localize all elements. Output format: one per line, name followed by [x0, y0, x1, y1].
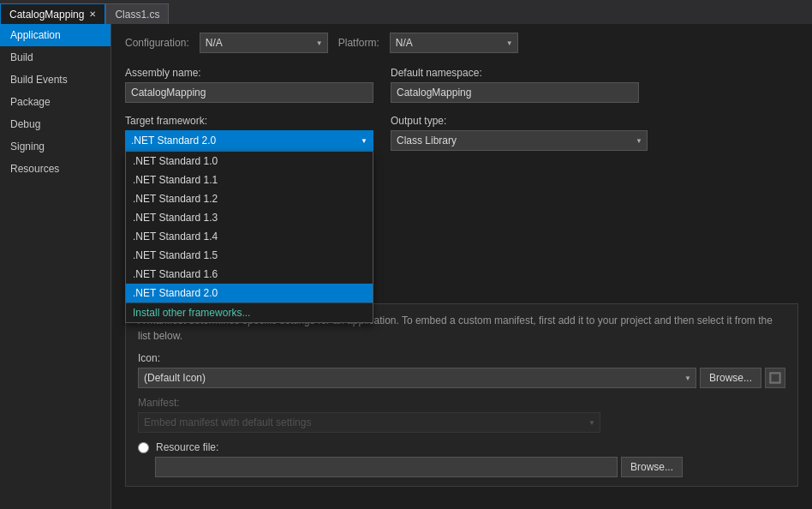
- resources-section: A manifest determines specific settings …: [125, 303, 798, 487]
- output-type-group: Output type: Class Library ▼: [391, 115, 648, 151]
- sidebar-item-application[interactable]: Application: [0, 24, 110, 46]
- icon-browse-button[interactable]: Browse...: [700, 368, 761, 388]
- platform-select-wrapper: N/A ▼: [390, 33, 518, 53]
- sidebar-item-resources[interactable]: Resources: [0, 158, 110, 180]
- framework-option-5[interactable]: .NET Standard 1.5: [126, 246, 373, 265]
- tab-bar: CatalogMapping ✕ Class1.cs: [0, 0, 812, 24]
- configuration-select-wrapper: N/A ▼: [200, 33, 328, 53]
- resource-file-input[interactable]: [155, 457, 618, 477]
- icon-preview-icon: [769, 372, 781, 384]
- resource-file-section: Resource file: Browse...: [138, 441, 785, 477]
- target-framework-trigger[interactable]: .NET Standard 2.0 ▼: [125, 130, 373, 151]
- framework-output-row: Target framework: .NET Standard 2.0 ▼ .N…: [125, 115, 798, 151]
- framework-option-6[interactable]: .NET Standard 1.6: [126, 265, 373, 284]
- platform-select[interactable]: N/A: [390, 33, 518, 53]
- sidebar-item-signing[interactable]: Signing: [0, 135, 110, 158]
- icon-label: Icon:: [138, 352, 785, 364]
- framework-option-1[interactable]: .NET Standard 1.1: [126, 171, 373, 189]
- resource-file-input-row: Browse...: [155, 457, 785, 477]
- configuration-label: Configuration:: [125, 37, 189, 49]
- output-type-select[interactable]: Class Library: [391, 130, 648, 151]
- resource-file-browse-button[interactable]: Browse...: [621, 457, 683, 477]
- framework-option-7[interactable]: .NET Standard 2.0: [126, 284, 373, 302]
- platform-label: Platform:: [338, 37, 379, 49]
- configuration-select[interactable]: N/A: [200, 33, 328, 53]
- sidebar: Application Build Build Events Package D…: [0, 24, 111, 509]
- svg-rect-1: [772, 374, 779, 381]
- tab-catalogmapping[interactable]: CatalogMapping ✕: [0, 3, 105, 24]
- default-namespace-input[interactable]: [391, 82, 639, 103]
- resource-file-row: Resource file:: [138, 441, 785, 453]
- tab-class1cs[interactable]: Class1.cs: [105, 3, 169, 24]
- manifest-row: Manifest: Embed manifest with default se…: [138, 397, 785, 433]
- assembly-name-input[interactable]: [125, 82, 373, 103]
- icon-preview-button[interactable]: [765, 368, 785, 388]
- config-row: Configuration: N/A ▼ Platform: N/A ▼: [125, 33, 798, 53]
- target-framework-dropdown[interactable]: .NET Standard 2.0 ▼ .NET Standard 1.0 .N…: [125, 130, 373, 151]
- framework-option-2[interactable]: .NET Standard 1.2: [126, 189, 373, 208]
- output-type-label: Output type:: [391, 115, 648, 127]
- resource-file-radio[interactable]: [138, 442, 149, 453]
- tab-catalogmapping-close[interactable]: ✕: [89, 9, 96, 19]
- manifest-label: Manifest:: [138, 397, 785, 409]
- framework-option-0[interactable]: .NET Standard 1.0: [126, 152, 373, 171]
- icon-select[interactable]: (Default Icon): [138, 368, 696, 388]
- icon-input-row: (Default Icon) ▼ Browse...: [138, 368, 785, 388]
- tab-class1cs-label: Class1.cs: [115, 9, 159, 21]
- manifest-select-wrapper: Embed manifest with default settings ▼: [138, 412, 600, 433]
- sidebar-item-package[interactable]: Package: [0, 91, 110, 113]
- target-framework-selected: .NET Standard 2.0: [131, 135, 216, 147]
- default-namespace-label: Default namespace:: [391, 67, 639, 79]
- target-framework-group: Target framework: .NET Standard 2.0 ▼ .N…: [125, 115, 373, 151]
- icon-select-wrapper: (Default Icon) ▼: [138, 368, 696, 388]
- sidebar-item-build-events[interactable]: Build Events: [0, 69, 110, 91]
- framework-option-3[interactable]: .NET Standard 1.3: [126, 208, 373, 227]
- assembly-name-group: Assembly name:: [125, 67, 373, 103]
- sidebar-item-build[interactable]: Build: [0, 46, 110, 69]
- resource-file-label: Resource file:: [156, 441, 218, 453]
- icon-row: Icon: (Default Icon) ▼ Browse...: [138, 352, 785, 388]
- framework-option-4[interactable]: .NET Standard 1.4: [126, 227, 373, 246]
- properties-area: Configuration: N/A ▼ Platform: N/A ▼ Ass…: [111, 24, 812, 509]
- default-namespace-group: Default namespace:: [391, 67, 639, 103]
- output-type-select-wrapper: Class Library ▼: [391, 130, 648, 151]
- target-framework-label: Target framework:: [125, 115, 373, 127]
- manifest-select[interactable]: Embed manifest with default settings: [138, 412, 600, 433]
- main-content: Application Build Build Events Package D…: [0, 24, 812, 509]
- assembly-namespace-row: Assembly name: Default namespace:: [125, 67, 798, 103]
- framework-option-install[interactable]: Install other frameworks...: [126, 302, 373, 322]
- assembly-name-label: Assembly name:: [125, 67, 373, 79]
- sidebar-item-debug[interactable]: Debug: [0, 113, 110, 135]
- target-framework-arrow-icon: ▼: [361, 137, 367, 145]
- tab-catalogmapping-label: CatalogMapping: [9, 9, 84, 21]
- target-framework-list: .NET Standard 1.0 .NET Standard 1.1 .NET…: [125, 151, 373, 323]
